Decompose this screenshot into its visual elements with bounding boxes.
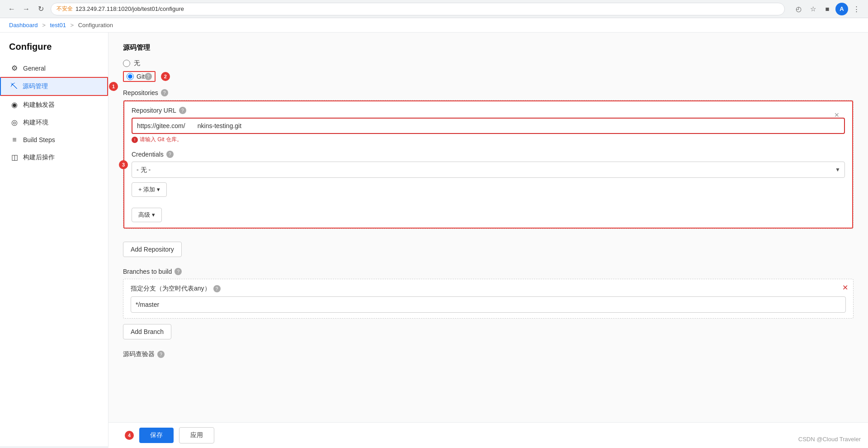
branch-card: ✕ 指定分支（为空时代表any） ? — [123, 279, 854, 319]
advanced-section: 高级 ▾ — [132, 202, 845, 222]
radio-git-option[interactable]: Git ? 2 — [123, 71, 854, 82]
sidebar-title: Configure — [0, 42, 108, 59]
breadcrumb-dashboard[interactable]: Dashboard — [9, 22, 38, 29]
sidebar-item-build-env[interactable]: ◎ 构建环境 — [0, 114, 108, 131]
branches-help-icon[interactable]: ? — [175, 268, 182, 275]
radio-none-input[interactable] — [123, 60, 130, 67]
save-button[interactable]: 保存 — [139, 428, 174, 443]
repo-card-container: ✕ 3 Repository URL ? ! 请输入 Git 仓库。 — [132, 107, 845, 222]
menu-button[interactable]: ⋮ — [850, 3, 863, 15]
sidebar-item-build-trigger[interactable]: ◉ 构建触发器 — [0, 96, 108, 114]
env-icon: ◎ — [10, 118, 19, 127]
radio-none-label[interactable]: 无 — [134, 59, 140, 67]
credentials-section: Credentials ? - 无 - ▼ + 添加 ▾ — [132, 151, 845, 197]
badge-1: 1 — [109, 82, 118, 91]
next-section-label: 源码查验器 ? — [123, 350, 854, 358]
branch-field-label: 指定分支（为空时代表any） ? — [131, 285, 846, 293]
section-heading-source: 源码管理 — [123, 43, 854, 52]
sidebar-item-label-general: General — [23, 65, 46, 72]
app-layout: Configure ⚙ General ⛏ 源码管理 1 ◉ 构建触发器 ◎ 构… — [0, 33, 868, 446]
git-help-icon[interactable]: ? — [145, 73, 152, 80]
branch-close-btn[interactable]: ✕ — [840, 283, 849, 292]
refresh-button[interactable]: ↻ — [34, 3, 47, 15]
branch-input[interactable] — [131, 296, 846, 313]
browser-chrome: ← → ↻ 不安全 123.249.27.118:1020/job/test01… — [0, 0, 868, 18]
forward-button[interactable]: → — [20, 3, 33, 15]
post-build-icon: ◫ — [10, 153, 19, 162]
branches-text: Branches to build — [123, 268, 172, 275]
url-text: 123.249.27.118:1020/job/test01/configure — [75, 5, 184, 12]
sidebar-item-label-post-build: 构建后操作 — [23, 153, 55, 162]
repo-url-input[interactable] — [132, 118, 845, 134]
radio-none-option[interactable]: 无 — [123, 59, 854, 67]
repo-url-text: Repository URL — [132, 107, 176, 114]
sidebar-item-label-trigger: 构建触发器 — [23, 101, 55, 109]
sidebar-item-general[interactable]: ⚙ General — [0, 59, 108, 77]
repo-url-help-icon[interactable]: ? — [179, 107, 186, 114]
credentials-select[interactable]: - 无 - — [132, 162, 845, 178]
sidebar-item-post-build[interactable]: ◫ 构建后操作 — [0, 148, 108, 166]
add-repository-button[interactable]: Add Repository — [123, 242, 182, 257]
repositories-label: Repositories ? — [123, 89, 854, 96]
sidebar-item-label-steps: Build Steps — [23, 136, 55, 143]
repository-card: ✕ 3 Repository URL ? ! 请输入 Git 仓库。 — [123, 100, 854, 229]
add-branch-button[interactable]: Add Branch — [123, 324, 171, 339]
extension-button[interactable]: ■ — [821, 3, 834, 15]
radio-git-input[interactable] — [127, 73, 134, 80]
git-radio-outline: Git ? — [123, 71, 156, 82]
steps-icon: ≡ — [10, 136, 19, 144]
advanced-button[interactable]: 高级 ▾ — [132, 208, 162, 222]
bottom-spacer — [123, 362, 854, 389]
repo-url-error-text: 请输入 Git 仓库。 — [140, 136, 182, 143]
sidebar-item-label-source-mgmt: 源码管理 — [23, 82, 48, 91]
repo-url-error: ! 请输入 Git 仓库。 — [132, 136, 845, 143]
sidebar-item-build-steps[interactable]: ≡ Build Steps — [0, 131, 108, 148]
radio-git-label[interactable]: Git — [137, 73, 145, 80]
add-credentials-button[interactable]: + 添加 ▾ — [132, 182, 167, 197]
bottom-bar: 4 保存 应用 — [108, 422, 868, 446]
breadcrumb-sep-1: > — [42, 22, 46, 29]
next-section-help-icon[interactable]: ? — [157, 351, 165, 358]
repo-inner-content: ✕ 3 Repository URL ? ! 请输入 Git 仓库。 — [124, 101, 852, 228]
sidebar-item-source-mgmt[interactable]: ⛏ 源码管理 1 — [0, 77, 108, 96]
credentials-text: Credentials — [132, 151, 164, 158]
sidebar-item-label-env: 构建环境 — [23, 119, 48, 127]
bookmark-button[interactable]: ☆ — [807, 3, 819, 15]
address-bar[interactable]: 不安全 123.249.27.118:1020/job/test01/confi… — [51, 3, 785, 15]
insecure-label: 不安全 — [57, 5, 73, 13]
repo-url-label: Repository URL ? — [132, 107, 845, 114]
branches-label: Branches to build ? — [123, 268, 854, 275]
next-section-text: 源码查验器 — [123, 350, 155, 358]
breadcrumb-sep-2: > — [71, 22, 74, 29]
breadcrumb: Dashboard > test01 > Configuration — [0, 18, 868, 33]
badge-4: 4 — [125, 431, 134, 440]
branch-icon: ⛏ — [10, 82, 18, 91]
browser-actions: ◴ ☆ ■ A ⋮ — [792, 3, 863, 15]
repositories-text: Repositories — [123, 89, 158, 96]
breadcrumb-current: Configuration — [78, 22, 113, 29]
sidebar: Configure ⚙ General ⛏ 源码管理 1 ◉ 构建触发器 ◎ 构… — [0, 33, 108, 446]
repo-highlight-box: ✕ 3 Repository URL ? ! 请输入 Git 仓库。 — [123, 100, 853, 229]
repo-card-close-btn[interactable]: ✕ — [832, 110, 841, 119]
profile-avatar[interactable]: A — [835, 3, 848, 15]
badge-3: 3 — [119, 160, 128, 169]
apply-button[interactable]: 应用 — [179, 427, 214, 443]
repositories-help-icon[interactable]: ? — [161, 89, 168, 96]
credentials-help-icon[interactable]: ? — [166, 151, 174, 158]
error-circle-icon: ! — [132, 137, 138, 143]
branch-field-help-icon[interactable]: ? — [213, 285, 221, 292]
back-button[interactable]: ← — [5, 3, 18, 15]
browser-nav: ← → ↻ — [5, 3, 47, 15]
breadcrumb-test01[interactable]: test01 — [50, 22, 66, 29]
gear-icon: ⚙ — [10, 64, 19, 72]
badge-2: 2 — [161, 72, 170, 81]
branch-field-text: 指定分支（为空时代表any） — [131, 285, 211, 293]
credentials-label: Credentials ? — [132, 151, 845, 158]
credentials-select-wrapper: - 无 - ▼ — [132, 162, 845, 178]
main-content: 源码管理 无 Git ? 2 Repositories ? ✕ — [108, 33, 868, 446]
translate-button[interactable]: ◴ — [792, 3, 805, 15]
trigger-icon: ◉ — [10, 100, 19, 109]
